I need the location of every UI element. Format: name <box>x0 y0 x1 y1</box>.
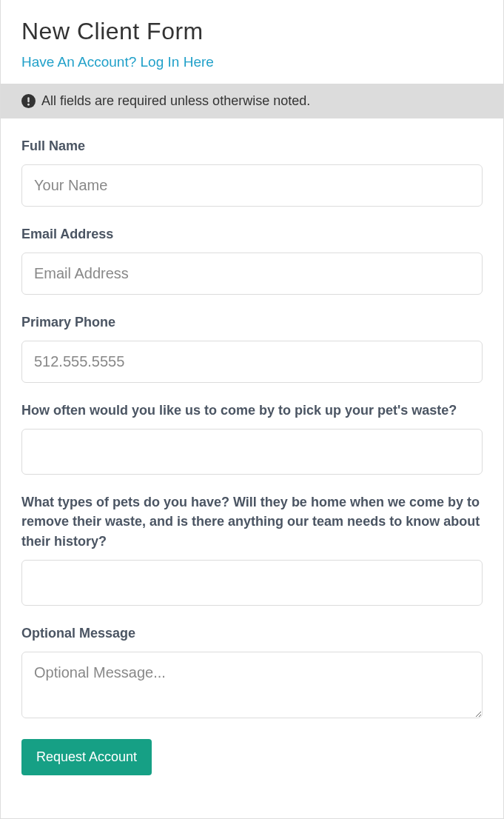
svg-point-2 <box>27 104 30 106</box>
notice-bar: All fields are required unless otherwise… <box>1 84 503 118</box>
phone-group: Primary Phone <box>21 312 483 383</box>
form-container: New Client Form Have An Account? Log In … <box>0 0 504 819</box>
frequency-label: How often would you like us to come by t… <box>21 401 483 420</box>
pet-info-input[interactable] <box>21 560 483 606</box>
frequency-group: How often would you like us to come by t… <box>21 401 483 475</box>
header-section: New Client Form Have An Account? Log In … <box>1 0 503 84</box>
message-label: Optional Message <box>21 624 483 643</box>
full-name-input[interactable] <box>21 164 483 207</box>
message-group: Optional Message <box>21 624 483 721</box>
full-name-label: Full Name <box>21 136 483 156</box>
full-name-group: Full Name <box>21 136 483 207</box>
phone-label: Primary Phone <box>21 312 483 332</box>
login-link[interactable]: Have An Account? Log In Here <box>21 54 214 70</box>
page-title: New Client Form <box>21 18 483 45</box>
svg-rect-1 <box>27 97 29 102</box>
email-label: Email Address <box>21 224 483 244</box>
exclamation-circle-icon <box>21 94 36 108</box>
pet-info-label: What types of pets do you have? Will the… <box>21 492 483 550</box>
email-input[interactable] <box>21 253 483 295</box>
request-account-button[interactable]: Request Account <box>21 739 152 775</box>
pet-info-group: What types of pets do you have? Will the… <box>21 492 483 605</box>
form-section: Full Name Email Address Primary Phone Ho… <box>1 118 503 793</box>
frequency-input[interactable] <box>21 429 483 475</box>
phone-input[interactable] <box>21 341 483 383</box>
message-textarea[interactable] <box>21 652 483 718</box>
email-group: Email Address <box>21 224 483 295</box>
notice-text: All fields are required unless otherwise… <box>41 93 310 109</box>
